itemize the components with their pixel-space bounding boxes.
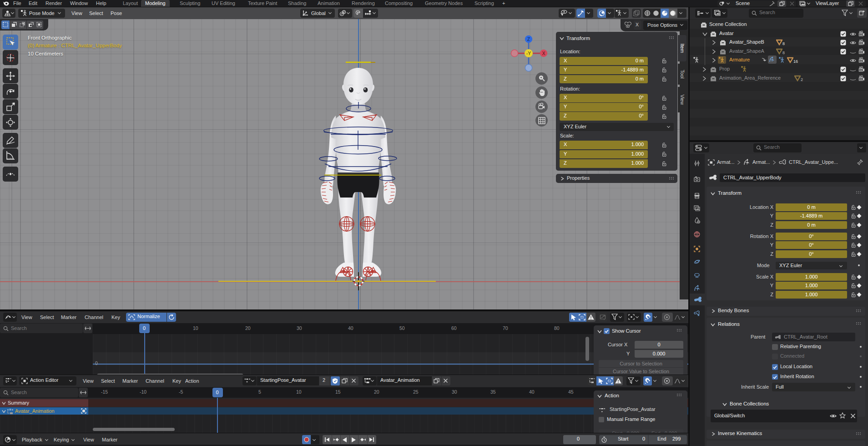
svg-text:Z: Z [527,37,530,42]
svg-text:-Y: -Y [526,51,531,56]
svg-text:X: X [542,51,545,56]
